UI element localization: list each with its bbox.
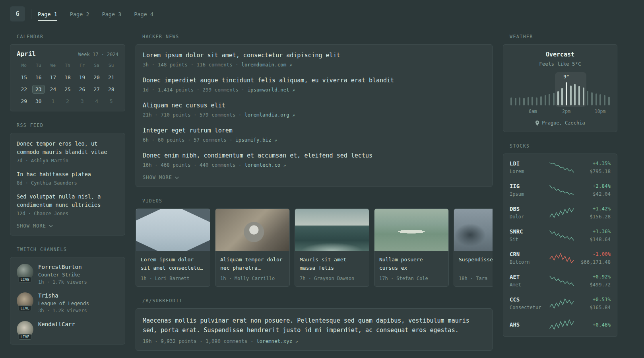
rss-item-title[interactable]: Sed volutpat nulla nisl, a condimentum n… [17,193,118,209]
avatar: LIVE [17,264,33,280]
stock-price: $148.64 [577,236,611,242]
hackernews-item-domain[interactable]: loremtech.co ↗ [244,162,286,168]
rss-widget: RSS FEED Donec tempor eros leo, ut commo… [10,123,125,235]
weather-hour-bar [528,97,529,105]
hackernews-item-title[interactable]: Aliquam nec cursus elit [143,102,485,109]
tab-page-1[interactable]: Page 1 [38,6,57,21]
stock-sparkline [546,253,577,264]
rss-card: Donec tempor eros leo, ut commodo mauris… [10,133,125,235]
stock-change: +2.84% [577,183,611,189]
video-card[interactable]: Aliquam tempor dolor nec pharetra… 1h · … [215,208,290,287]
stock-identity: CCS Consectetur [510,296,546,310]
video-card[interactable]: Nullam posuere cursus ex 17h · Stefan Co… [374,208,449,287]
weather-hour-bar [519,97,520,105]
tab-page-2[interactable]: Page 2 [70,6,89,21]
weather-hour-bar [578,86,580,105]
hackernews-item-title[interactable]: Lorem ipsum dolor sit amet, consectetur … [143,52,485,59]
rss-show-more-button[interactable]: SHOW MORE [17,223,118,229]
hackernews-widget: HACKER NEWS Lorem ipsum dolor sit amet, … [136,34,493,187]
stock-sparkline [546,162,577,173]
twitch-channel-game: League of Legends [38,300,89,306]
twitch-channel-row[interactable]: LIVE Trisha League of Legends 3h · 1.2k … [17,292,118,313]
weather-hour-bar [596,93,597,105]
twitch-channel-list: LIVE ForrestBurton Counter-Strike 1h · 1… [17,264,118,338]
weather-widget: WEATHER Overcast Feels like 5°C 9° 6am 2… [503,34,617,132]
tab-page-3[interactable]: Page 3 [102,6,122,21]
twitch-channel-name[interactable]: KendallCarr [38,321,75,327]
hackernews-item-meta: 1d · 1,414 points · 299 comments · ipsum… [143,87,485,93]
subreddit-post-title[interactable]: Maecenas mollis pulvinar erat non posuer… [143,316,485,335]
stock-row[interactable]: CRN Bitcorn -1.00% $66,171.48 [503,247,617,269]
stock-row[interactable]: CCS Consectetur +0.51% $165.84 [503,292,617,315]
video-card[interactable]: Mauris sit amet massa felis 7h · Grayson… [295,208,369,287]
hackernews-item-meta: 21h · 710 points · 579 comments · loreml… [143,112,485,118]
stock-row[interactable]: AHS +0.46% [503,315,617,335]
stock-price: $795.18 [577,168,611,174]
video-title[interactable]: Aliquam tempor dolor nec pharetra… [220,255,285,272]
hackernews-item-title[interactable]: Integer eget rutrum lorem [143,127,485,134]
twitch-channel-game: Counter-Strike [38,272,87,278]
subreddit-post-domain[interactable]: loremnet.xyz ↗ [256,338,298,344]
video-thumbnail[interactable] [215,209,289,251]
hackernews-item-title[interactable]: Donec enim nibh, condimentum et accumsan… [143,152,485,159]
stock-price: $499.72 [577,282,611,288]
hackernews-item-title[interactable]: Donec imperdiet augue tincidunt felis al… [143,77,485,84]
video-card[interactable]: Suspendisse diam 18h · Tara [454,208,493,287]
stock-row[interactable]: IIG Ipsum +2.84% $42.04 [503,179,617,201]
stock-row[interactable]: DBS Dolor +1.42% $156.28 [503,201,617,224]
stocks-section-title: STOCKS [510,143,617,149]
twitch-channel-name[interactable]: Trisha [38,292,89,299]
topbar: G Page 1 Page 2 Page 3 Page 4 [0,0,644,28]
video-thumbnail[interactable] [374,209,448,251]
subreddit-card: Maecenas mollis pulvinar erat non posuer… [136,308,493,351]
video-thumbnail[interactable] [136,209,210,251]
hackernews-item-domain[interactable]: ipsumworld.net ↗ [247,87,295,93]
rss-item-title[interactable]: In hac habitasse platea [17,170,118,179]
twitch-channel-name[interactable]: ForrestBurton [38,264,87,270]
video-title[interactable]: Suspendisse diam [459,255,493,272]
external-link-icon: ↗ [289,62,292,68]
calendar-day-of-week: We [46,63,60,70]
stock-row[interactable]: AET Amet +0.92% $499.72 [503,269,617,292]
weather-feels-like: Feels like 5°C [510,61,611,67]
video-title[interactable]: Lorem ipsum dolor sit amet consectetu… [141,255,205,272]
calendar-grid: Mo Tu We Th Fr Sa [17,63,118,106]
stock-row[interactable]: SNRC Sit +1.36% $148.64 [503,224,617,247]
external-link-icon: ↗ [292,113,295,118]
twitch-channel-row[interactable]: LIVE ForrestBurton Counter-Strike 1h · 1… [17,264,118,285]
stock-price: $42.04 [577,191,611,197]
stock-change: +0.46% [577,322,611,328]
stock-name: Ipsum [510,191,546,197]
stock-change: +4.35% [577,160,611,166]
stock-values: +1.42% $156.28 [577,206,611,220]
video-thumbnail[interactable] [454,209,493,251]
tab-page-4[interactable]: Page 4 [134,6,153,21]
weather-hour-bar [583,88,584,105]
video-title[interactable]: Nullam posuere cursus ex [379,255,444,272]
stock-values: -1.00% $66,171.48 [577,251,611,265]
hackernews-item-domain[interactable]: loremdomain.com ↗ [241,62,292,68]
hackernews-show-more-button[interactable]: SHOW MORE [143,175,485,180]
hackernews-item-domain[interactable]: loremlandia.org ↗ [244,112,295,118]
calendar-day-cell: 26 [75,85,89,94]
hackernews-section-title: HACKER NEWS [142,34,493,39]
hackernews-show-more-label: SHOW MORE [143,175,172,180]
video-thumbnail[interactable] [295,209,369,251]
twitch-channel-row[interactable]: LIVE KendallCarr [17,321,118,338]
rss-item-meta: 12d · Chance Jones [17,211,118,216]
video-title[interactable]: Mauris sit amet massa felis [300,255,364,272]
weather-hour-bar [523,98,525,105]
stock-change: +1.36% [577,228,611,234]
videos-widget: VIDEOS Lorem ipsum dolor sit amet consec… [136,198,493,287]
hackernews-item-domain[interactable]: ipsumify.biz ↗ [235,137,277,143]
rss-item-title[interactable]: Donec tempor eros leo, ut commodo mauris… [17,140,118,156]
dashboard-columns: CALENDAR April Week 17 · 2024 Mo Tu [0,28,644,351]
video-card[interactable]: Lorem ipsum dolor sit amet consectetu… 1… [136,208,210,287]
app-logo[interactable]: G [10,6,25,21]
stock-sparkline [546,207,577,218]
stock-row[interactable]: LDI Lorem +4.35% $795.18 [503,156,617,179]
calendar-day-cell: 5 [104,97,118,106]
calendar-day-of-week: Tu [31,63,46,70]
weather-hour-bar [587,91,588,105]
weather-hour-bar [557,91,559,105]
